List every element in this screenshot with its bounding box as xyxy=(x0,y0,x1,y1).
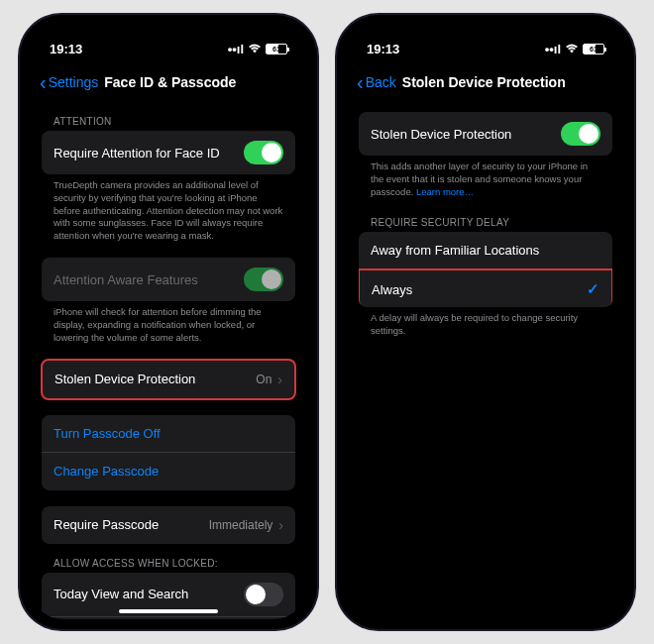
require-passcode-cell[interactable]: Require Passcode Immediately › xyxy=(42,506,295,544)
nav-bar: ‹ Back Stolen Device Protection xyxy=(347,62,624,102)
turn-off-label: Turn Passcode Off xyxy=(54,426,161,441)
aware-features-toggle[interactable] xyxy=(244,268,283,291)
wifi-icon xyxy=(565,42,579,56)
phone-left: 19:13 ••ıl 61 ‹ Settings Face ID & Passc… xyxy=(20,15,317,629)
away-option-label: Away from Familiar Locations xyxy=(371,243,600,258)
learn-more-link[interactable]: Learn more… xyxy=(416,186,474,197)
require-attention-cell[interactable]: Require Attention for Face ID xyxy=(42,131,295,174)
aware-features-cell[interactable]: Attention Aware Features xyxy=(42,258,295,301)
chevron-right-icon: › xyxy=(277,372,282,387)
notch xyxy=(114,25,223,51)
wifi-icon xyxy=(248,42,262,56)
aware-footer: iPhone will check for attention before d… xyxy=(42,301,295,349)
attention-footer: TrueDepth camera provides an additional … xyxy=(42,174,295,248)
away-option-cell[interactable]: Away from Familiar Locations xyxy=(359,232,612,269)
back-button[interactable]: ‹ Back xyxy=(357,71,396,94)
nav-bar: ‹ Settings Face ID & Passcode xyxy=(30,62,307,102)
signal-icon: ••ıl xyxy=(228,42,244,56)
chevron-left-icon: ‹ xyxy=(357,71,364,94)
stolen-protection-group: Stolen Device Protection On › xyxy=(41,359,296,400)
home-indicator[interactable] xyxy=(119,609,218,613)
stolen-protection-toggle[interactable] xyxy=(561,122,600,146)
require-passcode-group: Require Passcode Immediately › xyxy=(42,506,295,544)
stolen-protection-toggle-cell[interactable]: Stolen Device Protection xyxy=(359,112,612,156)
page-title: Stolen Device Protection xyxy=(402,74,566,90)
delay-options-group: Away from Familiar Locations Always ✓ xyxy=(359,232,612,307)
content[interactable]: Stolen Device Protection This adds anoth… xyxy=(347,102,624,619)
status-icons: ••ıl 61 xyxy=(545,42,604,56)
require-attention-label: Require Attention for Face ID xyxy=(54,146,244,161)
back-label: Back xyxy=(366,74,396,90)
aware-group: Attention Aware Features xyxy=(42,258,295,301)
require-attention-toggle[interactable] xyxy=(244,141,283,164)
stolen-protection-cell[interactable]: Stolen Device Protection On › xyxy=(43,361,294,398)
change-passcode-cell[interactable]: Change Passcode xyxy=(42,453,295,490)
status-icons: ••ıl 61 xyxy=(228,42,287,56)
main-footer: This adds another layer of security to y… xyxy=(359,156,612,203)
stolen-protection-value: On xyxy=(256,373,272,386)
delay-header: REQUIRE SECURITY DELAY xyxy=(359,203,612,232)
back-label: Settings xyxy=(49,74,99,90)
checkmark-icon: ✓ xyxy=(587,280,600,298)
attention-group: Require Attention for Face ID xyxy=(42,131,295,174)
aware-features-label: Attention Aware Features xyxy=(54,272,244,287)
phone-right: 19:13 ••ıl 61 ‹ Back Stolen Device Prote… xyxy=(337,15,634,629)
page-title: Face ID & Passcode xyxy=(104,74,236,90)
always-option-label: Always xyxy=(372,282,587,297)
stolen-protection-label: Stolen Device Protection xyxy=(371,127,561,142)
content[interactable]: ATTENTION Require Attention for Face ID … xyxy=(30,102,307,619)
battery-icon: 61 xyxy=(266,44,287,54)
stolen-protection-label: Stolen Device Protection xyxy=(54,372,256,386)
delay-footer: A delay will always be required to chang… xyxy=(359,307,612,343)
screen: 19:13 ••ıl 61 ‹ Settings Face ID & Passc… xyxy=(30,25,307,619)
attention-header: ATTENTION xyxy=(42,102,295,131)
battery-icon: 61 xyxy=(583,44,604,54)
turn-off-passcode-cell[interactable]: Turn Passcode Off xyxy=(42,415,295,453)
allow-access-header: ALLOW ACCESS WHEN LOCKED: xyxy=(42,544,295,573)
today-view-toggle[interactable] xyxy=(244,583,283,606)
change-label: Change Passcode xyxy=(54,464,159,479)
screen: 19:13 ••ıl 61 ‹ Back Stolen Device Prote… xyxy=(347,25,624,619)
require-passcode-label: Require Passcode xyxy=(54,517,209,532)
status-time: 19:13 xyxy=(367,42,399,56)
passcode-actions-group: Turn Passcode Off Change Passcode xyxy=(42,415,295,490)
notch xyxy=(431,25,540,51)
back-button[interactable]: ‹ Settings xyxy=(40,71,98,94)
require-passcode-value: Immediately xyxy=(209,518,273,532)
signal-icon: ••ıl xyxy=(545,42,561,56)
notification-center-cell[interactable]: Notification Center xyxy=(42,617,295,620)
today-view-label: Today View and Search xyxy=(54,587,244,601)
status-time: 19:13 xyxy=(50,42,82,56)
chevron-right-icon: › xyxy=(278,517,283,533)
chevron-left-icon: ‹ xyxy=(40,71,47,94)
always-option-cell[interactable]: Always ✓ xyxy=(359,268,612,307)
main-toggle-group: Stolen Device Protection xyxy=(359,112,612,156)
